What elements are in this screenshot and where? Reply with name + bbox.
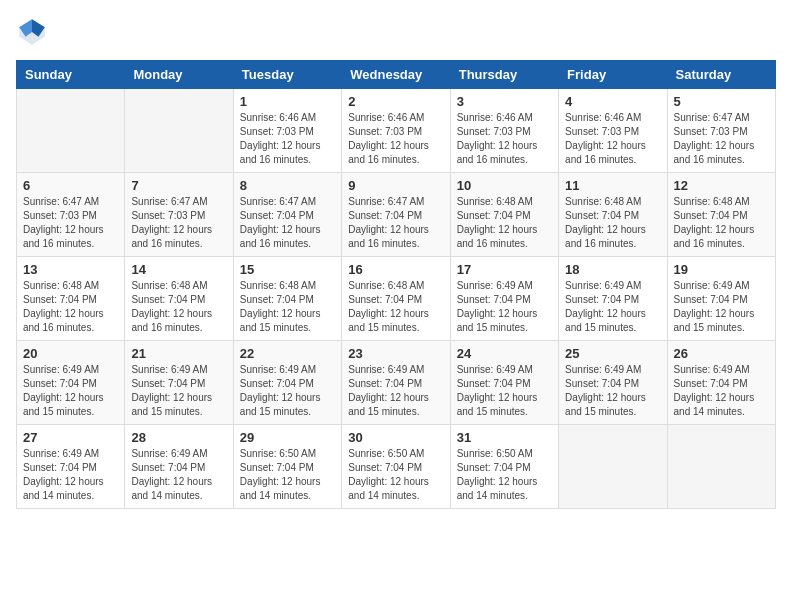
day-number: 3 xyxy=(457,94,552,109)
day-info: Sunrise: 6:47 AM Sunset: 7:03 PM Dayligh… xyxy=(674,111,769,167)
day-info: Sunrise: 6:46 AM Sunset: 7:03 PM Dayligh… xyxy=(348,111,443,167)
day-info: Sunrise: 6:48 AM Sunset: 7:04 PM Dayligh… xyxy=(457,195,552,251)
calendar-cell: 7Sunrise: 6:47 AM Sunset: 7:03 PM Daylig… xyxy=(125,173,233,257)
day-info: Sunrise: 6:48 AM Sunset: 7:04 PM Dayligh… xyxy=(674,195,769,251)
day-number: 10 xyxy=(457,178,552,193)
day-info: Sunrise: 6:49 AM Sunset: 7:04 PM Dayligh… xyxy=(131,447,226,503)
day-number: 11 xyxy=(565,178,660,193)
calendar: SundayMondayTuesdayWednesdayThursdayFrid… xyxy=(16,60,776,509)
day-number: 29 xyxy=(240,430,335,445)
calendar-cell: 27Sunrise: 6:49 AM Sunset: 7:04 PM Dayli… xyxy=(17,425,125,509)
day-number: 30 xyxy=(348,430,443,445)
page-header xyxy=(16,16,776,48)
day-number: 1 xyxy=(240,94,335,109)
day-info: Sunrise: 6:48 AM Sunset: 7:04 PM Dayligh… xyxy=(348,279,443,335)
calendar-week-row: 13Sunrise: 6:48 AM Sunset: 7:04 PM Dayli… xyxy=(17,257,776,341)
calendar-cell: 3Sunrise: 6:46 AM Sunset: 7:03 PM Daylig… xyxy=(450,89,558,173)
day-number: 6 xyxy=(23,178,118,193)
day-number: 7 xyxy=(131,178,226,193)
calendar-cell: 14Sunrise: 6:48 AM Sunset: 7:04 PM Dayli… xyxy=(125,257,233,341)
day-info: Sunrise: 6:50 AM Sunset: 7:04 PM Dayligh… xyxy=(457,447,552,503)
calendar-cell: 12Sunrise: 6:48 AM Sunset: 7:04 PM Dayli… xyxy=(667,173,775,257)
calendar-cell xyxy=(559,425,667,509)
day-number: 22 xyxy=(240,346,335,361)
calendar-cell: 30Sunrise: 6:50 AM Sunset: 7:04 PM Dayli… xyxy=(342,425,450,509)
day-of-week-header: Wednesday xyxy=(342,61,450,89)
calendar-cell: 22Sunrise: 6:49 AM Sunset: 7:04 PM Dayli… xyxy=(233,341,341,425)
day-info: Sunrise: 6:47 AM Sunset: 7:04 PM Dayligh… xyxy=(240,195,335,251)
calendar-cell: 8Sunrise: 6:47 AM Sunset: 7:04 PM Daylig… xyxy=(233,173,341,257)
day-info: Sunrise: 6:50 AM Sunset: 7:04 PM Dayligh… xyxy=(240,447,335,503)
day-info: Sunrise: 6:48 AM Sunset: 7:04 PM Dayligh… xyxy=(240,279,335,335)
day-number: 12 xyxy=(674,178,769,193)
day-number: 9 xyxy=(348,178,443,193)
day-info: Sunrise: 6:49 AM Sunset: 7:04 PM Dayligh… xyxy=(23,447,118,503)
day-info: Sunrise: 6:48 AM Sunset: 7:04 PM Dayligh… xyxy=(565,195,660,251)
day-info: Sunrise: 6:49 AM Sunset: 7:04 PM Dayligh… xyxy=(457,363,552,419)
day-info: Sunrise: 6:50 AM Sunset: 7:04 PM Dayligh… xyxy=(348,447,443,503)
day-number: 31 xyxy=(457,430,552,445)
day-info: Sunrise: 6:46 AM Sunset: 7:03 PM Dayligh… xyxy=(457,111,552,167)
calendar-cell xyxy=(125,89,233,173)
day-info: Sunrise: 6:49 AM Sunset: 7:04 PM Dayligh… xyxy=(565,279,660,335)
calendar-cell: 31Sunrise: 6:50 AM Sunset: 7:04 PM Dayli… xyxy=(450,425,558,509)
day-info: Sunrise: 6:49 AM Sunset: 7:04 PM Dayligh… xyxy=(131,363,226,419)
calendar-cell: 29Sunrise: 6:50 AM Sunset: 7:04 PM Dayli… xyxy=(233,425,341,509)
day-number: 15 xyxy=(240,262,335,277)
calendar-cell xyxy=(667,425,775,509)
calendar-week-row: 27Sunrise: 6:49 AM Sunset: 7:04 PM Dayli… xyxy=(17,425,776,509)
day-of-week-header: Friday xyxy=(559,61,667,89)
day-of-week-header: Sunday xyxy=(17,61,125,89)
day-number: 26 xyxy=(674,346,769,361)
calendar-cell: 11Sunrise: 6:48 AM Sunset: 7:04 PM Dayli… xyxy=(559,173,667,257)
day-number: 4 xyxy=(565,94,660,109)
calendar-cell: 16Sunrise: 6:48 AM Sunset: 7:04 PM Dayli… xyxy=(342,257,450,341)
day-number: 17 xyxy=(457,262,552,277)
logo xyxy=(16,16,52,48)
calendar-cell: 10Sunrise: 6:48 AM Sunset: 7:04 PM Dayli… xyxy=(450,173,558,257)
calendar-cell: 26Sunrise: 6:49 AM Sunset: 7:04 PM Dayli… xyxy=(667,341,775,425)
day-info: Sunrise: 6:49 AM Sunset: 7:04 PM Dayligh… xyxy=(674,363,769,419)
day-number: 2 xyxy=(348,94,443,109)
day-of-week-header: Thursday xyxy=(450,61,558,89)
calendar-week-row: 6Sunrise: 6:47 AM Sunset: 7:03 PM Daylig… xyxy=(17,173,776,257)
day-number: 20 xyxy=(23,346,118,361)
day-info: Sunrise: 6:48 AM Sunset: 7:04 PM Dayligh… xyxy=(23,279,118,335)
calendar-cell: 24Sunrise: 6:49 AM Sunset: 7:04 PM Dayli… xyxy=(450,341,558,425)
logo-icon xyxy=(16,16,48,48)
calendar-cell: 9Sunrise: 6:47 AM Sunset: 7:04 PM Daylig… xyxy=(342,173,450,257)
calendar-cell: 21Sunrise: 6:49 AM Sunset: 7:04 PM Dayli… xyxy=(125,341,233,425)
day-number: 21 xyxy=(131,346,226,361)
day-info: Sunrise: 6:49 AM Sunset: 7:04 PM Dayligh… xyxy=(240,363,335,419)
calendar-cell: 2Sunrise: 6:46 AM Sunset: 7:03 PM Daylig… xyxy=(342,89,450,173)
day-number: 23 xyxy=(348,346,443,361)
calendar-cell: 19Sunrise: 6:49 AM Sunset: 7:04 PM Dayli… xyxy=(667,257,775,341)
calendar-cell: 28Sunrise: 6:49 AM Sunset: 7:04 PM Dayli… xyxy=(125,425,233,509)
calendar-header-row: SundayMondayTuesdayWednesdayThursdayFrid… xyxy=(17,61,776,89)
calendar-week-row: 1Sunrise: 6:46 AM Sunset: 7:03 PM Daylig… xyxy=(17,89,776,173)
day-info: Sunrise: 6:49 AM Sunset: 7:04 PM Dayligh… xyxy=(674,279,769,335)
day-of-week-header: Saturday xyxy=(667,61,775,89)
calendar-cell: 25Sunrise: 6:49 AM Sunset: 7:04 PM Dayli… xyxy=(559,341,667,425)
day-info: Sunrise: 6:49 AM Sunset: 7:04 PM Dayligh… xyxy=(565,363,660,419)
day-number: 25 xyxy=(565,346,660,361)
calendar-cell: 5Sunrise: 6:47 AM Sunset: 7:03 PM Daylig… xyxy=(667,89,775,173)
day-of-week-header: Monday xyxy=(125,61,233,89)
day-info: Sunrise: 6:49 AM Sunset: 7:04 PM Dayligh… xyxy=(23,363,118,419)
day-info: Sunrise: 6:48 AM Sunset: 7:04 PM Dayligh… xyxy=(131,279,226,335)
day-info: Sunrise: 6:46 AM Sunset: 7:03 PM Dayligh… xyxy=(565,111,660,167)
calendar-cell: 13Sunrise: 6:48 AM Sunset: 7:04 PM Dayli… xyxy=(17,257,125,341)
day-number: 8 xyxy=(240,178,335,193)
day-number: 5 xyxy=(674,94,769,109)
day-number: 13 xyxy=(23,262,118,277)
day-number: 28 xyxy=(131,430,226,445)
calendar-cell: 17Sunrise: 6:49 AM Sunset: 7:04 PM Dayli… xyxy=(450,257,558,341)
calendar-cell: 1Sunrise: 6:46 AM Sunset: 7:03 PM Daylig… xyxy=(233,89,341,173)
calendar-cell: 20Sunrise: 6:49 AM Sunset: 7:04 PM Dayli… xyxy=(17,341,125,425)
calendar-cell: 6Sunrise: 6:47 AM Sunset: 7:03 PM Daylig… xyxy=(17,173,125,257)
day-number: 14 xyxy=(131,262,226,277)
day-number: 27 xyxy=(23,430,118,445)
day-number: 19 xyxy=(674,262,769,277)
calendar-cell: 18Sunrise: 6:49 AM Sunset: 7:04 PM Dayli… xyxy=(559,257,667,341)
day-info: Sunrise: 6:47 AM Sunset: 7:03 PM Dayligh… xyxy=(131,195,226,251)
